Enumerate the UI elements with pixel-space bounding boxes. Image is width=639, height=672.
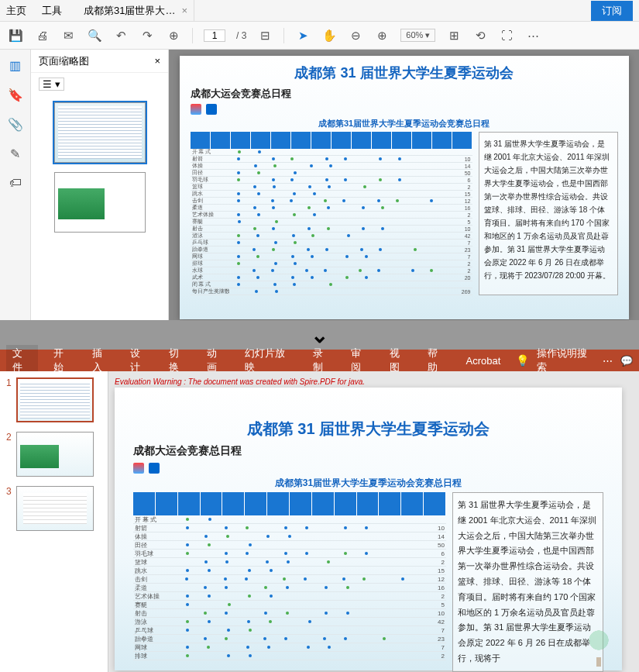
document-tab[interactable]: 成都第31届世界大… × <box>77 0 194 21</box>
tag-icon[interactable]: 🏷 <box>8 175 23 191</box>
slide-table-rows: 开 幕 式射箭10体操14田径50羽毛球6篮球2跳水15击剑12柔道16艺术体操… <box>133 515 446 660</box>
table-row: 水球2 <box>191 267 472 274</box>
subscribe-button[interactable]: 订阅 <box>591 1 633 21</box>
separator <box>283 28 284 43</box>
table-row: 击剑12 <box>191 198 472 205</box>
document-title: 成都第 31 届世界大学生夏季运动会 <box>191 64 618 82</box>
fit-page-icon[interactable]: ⊞ <box>446 28 462 43</box>
table-row: 排球2 <box>133 652 446 660</box>
attachment-icon[interactable]: 📎 <box>8 116 23 132</box>
table-row: 艺术体操2 <box>133 592 446 601</box>
pointer-icon[interactable]: ➤ <box>295 28 311 43</box>
menu-home[interactable]: 主页 <box>6 4 26 18</box>
table-row: 柔道16 <box>133 584 446 592</box>
slide-number: 3 <box>6 486 12 531</box>
mail-icon[interactable]: ✉ <box>60 28 76 43</box>
ribbon-right: 💡 操作说明搜索 ⋯ 💬 <box>516 346 633 374</box>
table-row: 跆拳道23 <box>191 246 472 253</box>
download-icon[interactable]: ⊕ <box>166 28 181 43</box>
pdf-body: ▥ 🔖 📎 ✎ 🏷 页面缩略图 × ☰ ▾ 成都第 31 届世界大学生夏季运动会… <box>0 50 639 320</box>
table-row: 田径50 <box>133 541 446 550</box>
close-panel-icon[interactable]: × <box>154 55 160 67</box>
close-icon[interactable]: × <box>181 5 187 16</box>
table-row: 开 幕 式 <box>133 515 446 524</box>
thumbnail-1[interactable] <box>54 102 146 163</box>
logos <box>191 104 618 115</box>
slide-paragraph: 第 31 届世界大学生夏季运动会，是继 2001 年北京大运会、2011 年深圳… <box>452 492 603 672</box>
table-row: 击剑12 <box>133 575 446 584</box>
table-row: 游泳42 <box>191 233 472 240</box>
rotate-icon[interactable]: ⟲ <box>472 28 488 43</box>
slide-schedule-title: 成都第31届世界大学生夏季运动会竞赛总日程 <box>133 477 603 490</box>
pdf-page: 成都第 31 届世界大学生夏季运动会 成都大运会竞赛总日程 成都第31届世界大学… <box>180 56 629 319</box>
slide-logos <box>133 463 603 474</box>
table-row: 羽毛球6 <box>133 550 446 558</box>
tree-decoration <box>583 628 614 667</box>
sidebar-icons: ▥ 🔖 📎 ✎ 🏷 <box>0 50 31 320</box>
table-row: 排球2 <box>191 260 472 267</box>
logo-chengdu <box>191 104 201 115</box>
table-row: 射箭10 <box>191 156 472 163</box>
table-row: 柔道16 <box>191 205 472 212</box>
ppt-slide: 成都第 31 届世界大学生夏季运动会 成都大运会竞赛总日程 成都第31届世界大学… <box>115 388 622 670</box>
redo-icon[interactable]: ↷ <box>139 28 155 43</box>
signature-icon[interactable]: ✎ <box>8 146 23 161</box>
save-icon[interactable]: 💾 <box>8 28 23 43</box>
comment-icon[interactable]: 💬 <box>620 355 633 367</box>
zoom-out-icon[interactable]: ⊖ <box>348 28 363 43</box>
bookmark-icon[interactable]: 🔖 <box>8 87 23 102</box>
document-paragraph: 第 31 届世界大学生夏季运动会，是继 2001 年北京大运会、2011 年深圳… <box>479 132 618 295</box>
table-row: 闭 幕 式 <box>191 281 472 288</box>
powerpoint-app: 文件 开始 插入 设计 切换 动画 幻灯片放映 录制 审阅 视图 帮助 Acro… <box>0 350 639 672</box>
fullscreen-icon[interactable]: ⛶ <box>499 28 514 43</box>
evaluation-warning: Evaluation Warning : The document was cr… <box>115 377 633 386</box>
search-icon[interactable]: 🔍 <box>87 28 102 43</box>
more-icon[interactable]: ⋯ <box>525 28 541 43</box>
tab-acrobat[interactable]: Acrobat <box>463 353 504 368</box>
bulb-icon: 💡 <box>516 354 529 367</box>
table-row: 田径50 <box>191 170 472 177</box>
table-row: 篮球2 <box>191 184 472 191</box>
thumbnail-2[interactable] <box>54 172 146 233</box>
zoom-in-icon[interactable]: ⊕ <box>374 28 390 43</box>
fit-width-icon[interactable]: ⊟ <box>257 28 273 43</box>
slide-body: 开 幕 式射箭10体操14田径50羽毛球6篮球2跳水15击剑12柔道16艺术体操… <box>133 492 603 672</box>
slide-number: 1 <box>6 377 12 422</box>
table-row: 艺术体操2 <box>191 212 472 219</box>
pdf-page-area[interactable]: 成都第 31 届世界大学生夏季运动会 成都大运会竞赛总日程 成都第31届世界大学… <box>169 50 639 320</box>
ppt-ribbon: 文件 开始 插入 设计 切换 动画 幻灯片放映 录制 审阅 视图 帮助 Acro… <box>0 350 639 371</box>
zoom-level[interactable]: 60% ▾ <box>400 29 435 42</box>
thumbnails-icon[interactable]: ▥ <box>8 57 23 73</box>
page-number-input[interactable] <box>204 29 225 42</box>
separator <box>192 28 193 43</box>
slide-table-header <box>133 492 446 515</box>
table-row: 射箭10 <box>133 524 446 532</box>
table-row: 赛艇5 <box>191 219 472 226</box>
logo-fisu <box>149 463 160 474</box>
tell-me-search[interactable]: 操作说明搜索 <box>537 346 595 374</box>
logo-chengdu <box>133 463 144 474</box>
table-row: 武术20 <box>191 274 472 281</box>
table-row: 游泳42 <box>133 618 446 626</box>
table-row: 体操14 <box>133 532 446 541</box>
thumbnails-panel: 页面缩略图 × ☰ ▾ <box>31 50 169 320</box>
schedule-table: 开 幕 式射箭10体操14田径50羽毛球6篮球2跳水15击剑12柔道16艺术体操… <box>191 132 472 295</box>
table-row: 乒乓球7 <box>191 240 472 246</box>
table-row: 体操14 <box>191 163 472 170</box>
slide-thumb-2[interactable]: 2 <box>6 432 101 477</box>
table-row: 网球7 <box>133 643 446 652</box>
thumbnails-tools: ☰ ▾ <box>31 73 168 95</box>
table-row: 跳水15 <box>191 191 472 198</box>
menu-tools[interactable]: 工具 <box>42 4 62 18</box>
options-icon[interactable]: ☰ ▾ <box>39 78 64 91</box>
table-row: 射击10 <box>133 609 446 618</box>
schedule-title: 成都第31届世界大学生夏季运动会竞赛总日程 <box>191 118 618 129</box>
slide-thumb-1[interactable]: 1 <box>6 377 101 422</box>
table-row: 羽毛球6 <box>191 177 472 184</box>
share-icon[interactable]: ⋯ <box>603 355 613 367</box>
print-icon[interactable]: 🖨 <box>34 28 50 43</box>
ppt-slide-area[interactable]: Evaluation Warning : The document was cr… <box>108 371 639 672</box>
undo-icon[interactable]: ↶ <box>113 28 129 43</box>
slide-thumb-3[interactable]: 3 <box>6 486 101 531</box>
hand-icon[interactable]: ✋ <box>321 28 337 43</box>
